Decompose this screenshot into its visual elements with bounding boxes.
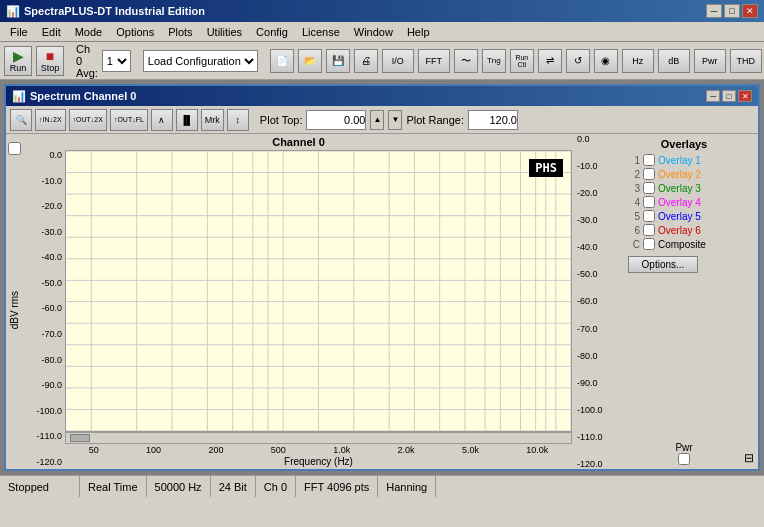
trig-button[interactable]: Tng [482, 49, 506, 73]
in-out-ch-button[interactable]: ↑IN↓2X [35, 109, 66, 131]
chart-checkbox[interactable] [8, 142, 21, 155]
open-button[interactable]: 📂 [298, 49, 322, 73]
status-bar: Stopped Real Time 50000 Hz 24 Bit Ch 0 F… [0, 475, 764, 497]
stop-button[interactable]: ■ Stop [36, 46, 64, 76]
menu-window[interactable]: Window [348, 25, 399, 39]
plot-area[interactable]: PHS [65, 150, 572, 432]
menu-file[interactable]: File [4, 25, 34, 39]
plot-top-spin-up[interactable]: ▲ [370, 110, 384, 130]
chart-title: Channel 0 [25, 136, 572, 148]
overlay-label-3: Overlay 3 [658, 183, 701, 194]
plot-top-input[interactable] [306, 110, 366, 130]
close-button[interactable]: ✕ [742, 4, 758, 18]
io-button[interactable]: I/O [382, 49, 414, 73]
overlay-check-2[interactable] [643, 168, 655, 180]
overlay-check-3[interactable] [643, 182, 655, 194]
marker-button[interactable]: Mrk [201, 109, 224, 131]
print-button[interactable]: 🖨 [354, 49, 378, 73]
overlay-label-2: Overlay 2 [658, 169, 701, 180]
menu-help[interactable]: Help [401, 25, 436, 39]
io-label: I/O [392, 56, 404, 66]
reset-button[interactable]: ↺ [566, 49, 590, 73]
osc-button[interactable]: ◉ [594, 49, 618, 73]
options-button[interactable]: Options... [628, 256, 698, 273]
menu-utilities[interactable]: Utilities [201, 25, 248, 39]
y-axis-label: dBV rms [9, 291, 20, 329]
overlay-check-composite[interactable] [643, 238, 655, 250]
runctl-button[interactable]: Run Ctl [510, 49, 534, 73]
ch-avg-select[interactable]: 1248 [102, 50, 131, 72]
overlay-check-5[interactable] [643, 210, 655, 222]
menu-license[interactable]: License [296, 25, 346, 39]
status-window: Hanning [378, 476, 436, 497]
maximize-button[interactable]: □ [724, 4, 740, 18]
menu-plots[interactable]: Plots [162, 25, 198, 39]
chart-main: Channel 0 0.0 -10.0 -20.0 -30.0 -40.0 -5… [23, 134, 574, 469]
wave-button[interactable]: 〜 [454, 49, 478, 73]
spectrum-window: 📊 Spectrum Channel 0 ─ □ ✕ 🔍 ↑IN↓2X ↑OUT… [4, 84, 760, 471]
in-out-button[interactable]: ↑OUT↓2X [69, 109, 107, 131]
overlay-row-6: 6 Overlay 6 [628, 224, 740, 236]
y-val-10: -100.0 [36, 406, 62, 416]
spectrum-icon: 📊 [12, 90, 26, 103]
status-stopped: Stopped [0, 476, 80, 497]
plot-range-label: Plot Range: [406, 114, 463, 126]
spectrum-close-button[interactable]: ✕ [738, 90, 752, 102]
load-config-select[interactable]: Load Configuration [143, 50, 258, 72]
level-button[interactable]: ↕ [227, 109, 249, 131]
y-val-0: 0.0 [49, 150, 62, 160]
status-channel: Ch 0 [256, 476, 296, 497]
pwr-checkbox[interactable] [678, 453, 690, 465]
bottom-right-icon: ⊟ [744, 451, 754, 465]
save-button[interactable]: 💾 [326, 49, 350, 73]
overlay-check-6[interactable] [643, 224, 655, 236]
x-val-5k: 5.0k [462, 445, 479, 455]
menu-config[interactable]: Config [250, 25, 294, 39]
pwr-button[interactable]: Pwr [694, 49, 726, 73]
peak-button[interactable]: ∧ [151, 109, 173, 131]
menu-mode[interactable]: Mode [69, 25, 109, 39]
plot-range-input[interactable] [468, 110, 518, 130]
overlay-num-5: 5 [628, 211, 640, 222]
overlay-label-6: Overlay 6 [658, 225, 701, 236]
y-val-3: -30.0 [41, 227, 62, 237]
runctl-label: Run Ctl [514, 54, 530, 68]
new-button[interactable]: 📄 [270, 49, 294, 73]
status-samplerate: 50000 Hz [147, 476, 211, 497]
overlay-check-1[interactable] [643, 154, 655, 166]
normal-label: ↑OUT↓FL [114, 116, 144, 123]
status-fft: FFT 4096 pts [296, 476, 378, 497]
spectrum-maximize-button[interactable]: □ [722, 90, 736, 102]
overlay-num-1: 1 [628, 155, 640, 166]
run-button[interactable]: ▶ Run [4, 46, 32, 76]
minimize-button[interactable]: ─ [706, 4, 722, 18]
overlay-label-composite: Composite [658, 239, 706, 250]
fft-button[interactable]: FFT [418, 49, 450, 73]
y-val-5: -50.0 [41, 278, 62, 288]
thd-button[interactable]: THD [730, 49, 762, 73]
marker-label: Mrk [205, 115, 220, 125]
trig-label: Tng [487, 56, 501, 65]
overlay-row-2: 2 Overlay 2 [628, 168, 740, 180]
plot-top-group: Plot Top: ▲ ▼ Plot Range: [260, 110, 518, 130]
overlay-row-5: 5 Overlay 5 [628, 210, 740, 222]
y-val-4: -40.0 [41, 252, 62, 262]
app-title: SpectraPLUS-DT Industrial Edition [24, 5, 205, 17]
plot-top-spin-down[interactable]: ▼ [388, 110, 402, 130]
band-button[interactable]: ▐▌ [176, 109, 198, 131]
overlay-label-5: Overlay 5 [658, 211, 701, 222]
zoom-button[interactable]: 🔍 [10, 109, 32, 131]
scrollbar-thumb[interactable] [70, 434, 90, 442]
normal-button[interactable]: ↑OUT↓FL [110, 109, 148, 131]
y-val-12: -120.0 [36, 457, 62, 467]
horizontal-scrollbar[interactable] [65, 432, 572, 444]
hz-button[interactable]: Hz [622, 49, 654, 73]
spectrum-minimize-button[interactable]: ─ [706, 90, 720, 102]
db-button[interactable]: dB [658, 49, 690, 73]
collapse-icon[interactable]: ⊟ [744, 451, 754, 465]
overlay-row-4: 4 Overlay 4 [628, 196, 740, 208]
menu-edit[interactable]: Edit [36, 25, 67, 39]
menu-options[interactable]: Options [110, 25, 160, 39]
transfer-button[interactable]: ⇌ [538, 49, 562, 73]
overlay-check-4[interactable] [643, 196, 655, 208]
